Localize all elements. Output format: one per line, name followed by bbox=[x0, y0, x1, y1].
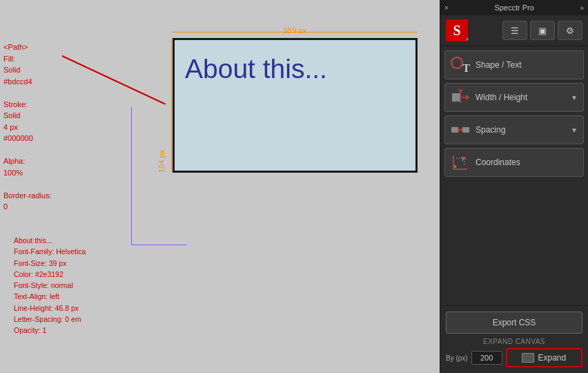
section-shape-text-label: Shape / Text bbox=[476, 60, 578, 70]
list-icon: ☰ bbox=[511, 26, 519, 36]
svg-rect-0 bbox=[452, 93, 460, 102]
svg-point-18 bbox=[463, 157, 466, 160]
properties-panel: <Path> Fill: Solid #bdccd4 Stroke: Solid… bbox=[3, 41, 52, 213]
spacing-chevron: ▼ bbox=[571, 126, 578, 134]
sidebar-header: S + ☰ ▣ ⚙ bbox=[440, 15, 588, 46]
expand-section: EXPAND CANVAS By (px) Expand bbox=[446, 338, 582, 367]
section-width-height[interactable]: Width / Height ▼ bbox=[444, 83, 584, 112]
section-coordinates[interactable]: y x Coordinates bbox=[444, 148, 584, 177]
expand-button[interactable]: Expand bbox=[506, 348, 582, 367]
border-radius-value: 0 bbox=[3, 201, 52, 213]
fill-style: Solid bbox=[3, 64, 52, 76]
expand-canvas-label: EXPAND CANVAS bbox=[446, 338, 582, 345]
app-title: Specctr Pro bbox=[494, 3, 533, 12]
section-spacing[interactable]: Spacing ▼ bbox=[444, 115, 584, 144]
sidebar-sections: T Shape / Text Width / Height ▼ bbox=[440, 46, 588, 305]
logo: S + bbox=[446, 19, 468, 41]
text-T-icon: T bbox=[462, 62, 470, 75]
logo-plus: + bbox=[465, 35, 469, 43]
stroke-size: 4 px bbox=[3, 122, 52, 133]
collapse-icon[interactable]: » bbox=[580, 4, 584, 12]
stroke-color: #000000 bbox=[3, 133, 52, 144]
section-shape-text[interactable]: T Shape / Text bbox=[444, 50, 584, 79]
shape-text-icon: T bbox=[451, 55, 470, 75]
stroke-label: Stroke: bbox=[3, 99, 52, 111]
svg-rect-8 bbox=[462, 127, 469, 133]
circle-icon bbox=[451, 57, 463, 69]
section-width-height-label: Width / Height bbox=[476, 93, 565, 102]
expand-button-label: Expand bbox=[538, 353, 566, 363]
alpha-value: 100% bbox=[3, 167, 52, 179]
expand-row: By (px) Expand bbox=[446, 348, 582, 367]
close-icon[interactable]: × bbox=[444, 4, 449, 12]
gear-icon: ⚙ bbox=[566, 26, 574, 36]
logo-letter: S bbox=[453, 23, 460, 39]
text-opacity: Opacity: 1 bbox=[14, 325, 86, 336]
text-color: Color: #2e3192 bbox=[14, 269, 86, 280]
section-coordinates-label: Coordinates bbox=[476, 157, 578, 167]
svg-line-6 bbox=[460, 89, 462, 92]
expand-input[interactable] bbox=[471, 351, 502, 365]
spacing-icon bbox=[451, 120, 470, 140]
fill-label: Fill: bbox=[3, 53, 52, 65]
list-view-button[interactable]: ☰ bbox=[502, 21, 527, 40]
expand-by-label: By (px) bbox=[446, 354, 468, 362]
dim-line-left bbox=[171, 38, 172, 173]
shape-box[interactable]: About this... bbox=[173, 38, 418, 173]
sidebar-titlebar: × Specctr Pro » bbox=[440, 0, 588, 15]
shape-text-content: About this... bbox=[185, 54, 327, 84]
settings-button[interactable]: ⚙ bbox=[558, 21, 582, 40]
monitor-icon: ▣ bbox=[538, 26, 547, 36]
text-line-height: Line-Height: 46.8 px bbox=[14, 303, 86, 314]
header-icons: ☰ ▣ ⚙ bbox=[502, 21, 582, 40]
coordinates-icon: y x bbox=[451, 153, 470, 172]
alpha-label: Alpha: bbox=[3, 155, 52, 167]
text-font-family: Font-Family: Helvetica bbox=[14, 246, 86, 257]
width-height-chevron: ▼ bbox=[571, 94, 578, 102]
export-css-button[interactable]: Export CSS bbox=[446, 312, 582, 334]
text-align: Text-Align: left bbox=[14, 291, 86, 302]
expand-btn-icon bbox=[522, 353, 534, 363]
sidebar-bottom: Export CSS EXPAND CANVAS By (px) Expand bbox=[440, 305, 588, 373]
stroke-style: Solid bbox=[3, 110, 52, 122]
fill-color: #bdccd4 bbox=[3, 76, 52, 88]
width-height-icon bbox=[451, 88, 470, 107]
section-spacing-label: Spacing bbox=[476, 125, 565, 135]
text-content: About this... bbox=[14, 235, 86, 246]
text-font-size: Font-Size: 39 px bbox=[14, 258, 86, 269]
border-radius-label: Border-radius: bbox=[3, 190, 52, 202]
sidebar: × Specctr Pro » S + ☰ ▣ ⚙ T bbox=[440, 0, 588, 373]
text-font-style: Font-Style: normal bbox=[14, 280, 86, 291]
text-letter-spacing: Letter-Spacing: 0 em bbox=[14, 314, 86, 325]
svg-text:x: x bbox=[454, 164, 457, 169]
dim-label-width: 559 px bbox=[173, 26, 418, 35]
annotation-line-1 bbox=[62, 55, 166, 105]
canvas-area: <Path> Fill: Solid #bdccd4 Stroke: Solid… bbox=[0, 0, 440, 373]
dim-label-height: 194 px bbox=[157, 38, 166, 173]
path-label: <Path> bbox=[3, 41, 52, 53]
tick-bl-v bbox=[171, 167, 172, 173]
tick-tl-v bbox=[171, 38, 172, 44]
shape-container: About this... bbox=[173, 38, 418, 173]
svg-rect-7 bbox=[451, 127, 458, 133]
monitor-view-button[interactable]: ▣ bbox=[530, 21, 555, 40]
text-info-panel: About this... Font-Family: Helvetica Fon… bbox=[14, 235, 86, 336]
